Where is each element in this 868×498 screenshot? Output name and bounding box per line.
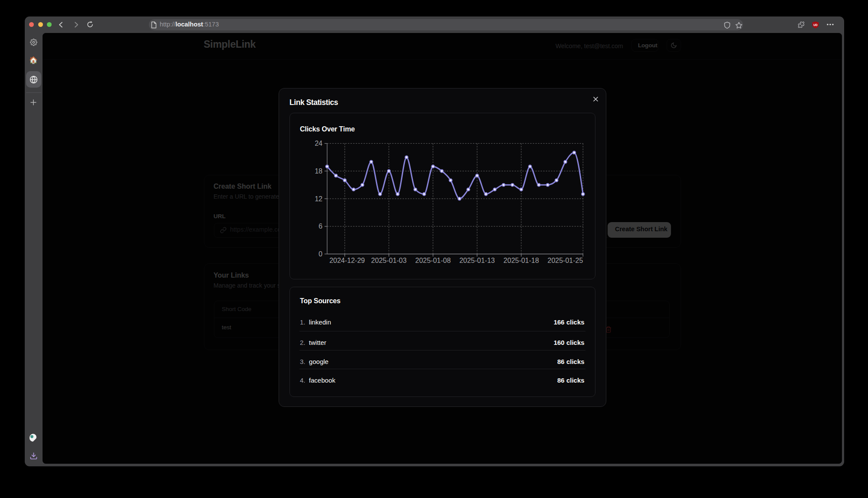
svg-text:2024-12-29: 2024-12-29 — [329, 257, 365, 264]
svg-text:2025-01-03: 2025-01-03 — [371, 257, 407, 264]
svg-text:2025-01-25: 2025-01-25 — [548, 257, 583, 264]
svg-text:2025-01-08: 2025-01-08 — [415, 257, 451, 264]
svg-text:0: 0 — [319, 250, 322, 258]
svg-text:2025-01-18: 2025-01-18 — [503, 257, 539, 264]
svg-text:24: 24 — [315, 140, 323, 147]
svg-text:2025-01-13: 2025-01-13 — [460, 257, 495, 264]
svg-text:6: 6 — [319, 223, 322, 230]
svg-text:18: 18 — [315, 167, 323, 175]
svg-text:12: 12 — [315, 195, 323, 203]
svg-text:UD: UD — [813, 23, 818, 26]
